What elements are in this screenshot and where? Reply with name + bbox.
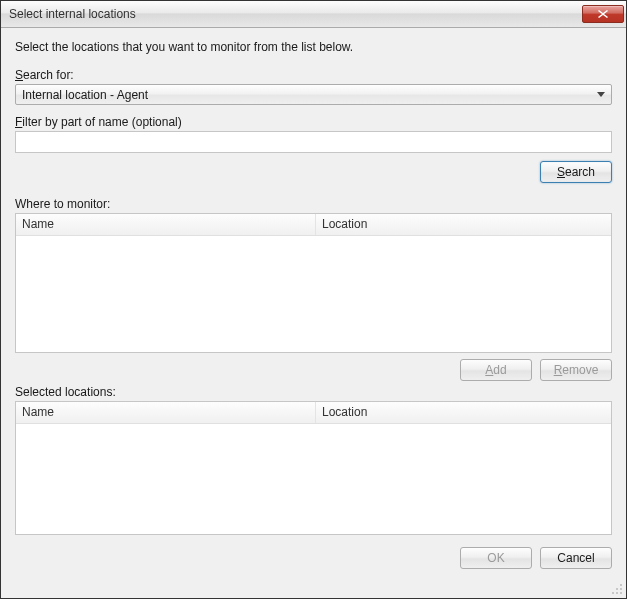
svg-point-3 xyxy=(612,592,614,594)
titlebar: Select internal locations xyxy=(1,1,626,28)
filter-input[interactable] xyxy=(15,131,612,153)
dialog-content: Select the locations that you want to mo… xyxy=(1,28,626,598)
ok-button: OK xyxy=(460,547,532,569)
monitor-list-body xyxy=(16,236,611,352)
selected-locations-label: Selected locations: xyxy=(15,385,612,399)
search-button[interactable]: Search xyxy=(540,161,612,183)
search-for-dropdown[interactable]: Internal location - Agent xyxy=(15,84,612,105)
dialog-window: Select internal locations Select the loc… xyxy=(0,0,627,599)
close-icon xyxy=(598,10,608,18)
cancel-button[interactable]: Cancel xyxy=(540,547,612,569)
svg-point-1 xyxy=(616,588,618,590)
monitor-list[interactable]: Name Location xyxy=(15,213,612,353)
selected-list[interactable]: Name Location xyxy=(15,401,612,535)
window-title: Select internal locations xyxy=(9,7,582,21)
search-for-label: Search for: xyxy=(15,68,612,82)
selected-list-body xyxy=(16,424,611,534)
close-button[interactable] xyxy=(582,5,624,23)
svg-point-2 xyxy=(620,588,622,590)
remove-button: Remove xyxy=(540,359,612,381)
monitor-list-header: Name Location xyxy=(16,214,611,236)
column-header-name[interactable]: Name xyxy=(16,214,316,235)
dropdown-selected-value: Internal location - Agent xyxy=(22,88,593,102)
svg-point-4 xyxy=(616,592,618,594)
where-to-monitor-label: Where to monitor: xyxy=(15,197,612,211)
svg-point-0 xyxy=(620,584,622,586)
search-button-row: Search xyxy=(15,161,612,183)
column-header-location[interactable]: Location xyxy=(316,402,611,423)
add-button: Add xyxy=(460,359,532,381)
chevron-down-icon xyxy=(593,92,609,97)
filter-label: Filter by part of name (optional) xyxy=(15,115,612,129)
svg-point-5 xyxy=(620,592,622,594)
footer-button-row: OK Cancel xyxy=(15,547,612,569)
instruction-text: Select the locations that you want to mo… xyxy=(15,40,612,54)
add-remove-row: Add Remove xyxy=(15,359,612,381)
selected-list-header: Name Location xyxy=(16,402,611,424)
column-header-location[interactable]: Location xyxy=(316,214,611,235)
resize-grip-icon[interactable] xyxy=(611,583,623,595)
column-header-name[interactable]: Name xyxy=(16,402,316,423)
